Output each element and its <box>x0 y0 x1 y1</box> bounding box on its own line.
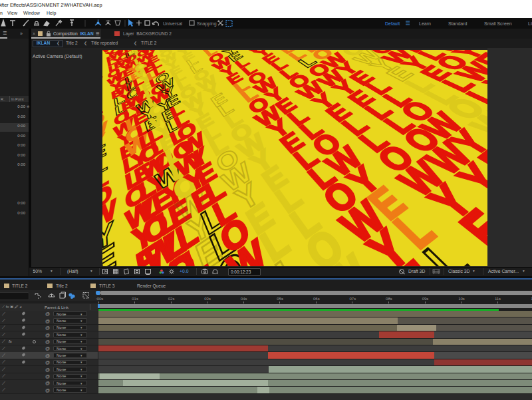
svg-text:Standard: Standard <box>448 21 467 26</box>
svg-text:Lib: Lib <box>528 21 532 26</box>
svg-text:Small Screen: Small Screen <box>484 21 512 26</box>
svg-text:Default: Default <box>385 21 400 26</box>
svg-text:Universal: Universal <box>163 21 183 26</box>
svg-text:Learn: Learn <box>419 21 431 26</box>
svg-text:Snapping: Snapping <box>197 21 217 27</box>
